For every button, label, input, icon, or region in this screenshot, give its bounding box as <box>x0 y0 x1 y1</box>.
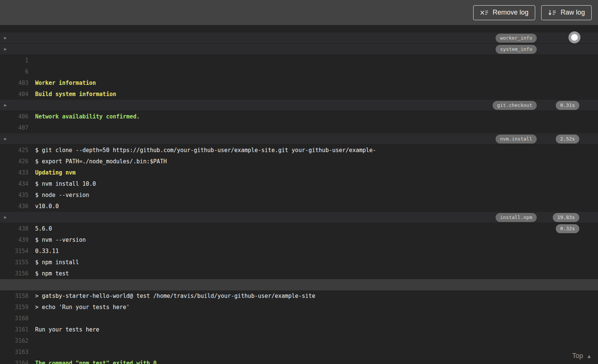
duration-badge: 2.52s <box>556 135 579 144</box>
log-line: 434 v10.0.0 <box>0 156 598 167</box>
log-line: 436 5.6.0 <box>0 178 598 189</box>
toolbar: Remove log Raw log <box>0 0 598 25</box>
log-line: 405 <box>0 77 598 89</box>
duration-badge: 0.31s <box>556 101 579 110</box>
log-line: 404 Network availability confirmed. <box>0 66 598 77</box>
scroll-indicator-button[interactable] <box>568 31 580 43</box>
fold-arrow-icon[interactable]: ▶ <box>4 44 11 55</box>
duration-badge: 0.32s <box>556 224 579 233</box>
remove-log-button[interactable]: Remove log <box>473 5 535 20</box>
raw-log-icon <box>548 9 557 16</box>
fold-arrow-icon[interactable]: ▶ <box>4 100 11 111</box>
log-line: 435 $ npm --version <box>0 167 598 178</box>
log-line: ▶ 407 $ git clone --depth=50 https://git… <box>0 100 598 111</box>
log-line: ▶ 439 $ npm install install.npm 19.83s <box>0 212 598 223</box>
top-link-label: Top <box>572 352 583 360</box>
raw-log-label: Raw log <box>561 9 585 16</box>
log-area: ▶ 1 Worker information worker_info ▶ 6 B… <box>0 25 598 364</box>
log-line: 406 <box>0 89 598 100</box>
fold-arrow-icon[interactable]: ▶ <box>4 33 11 44</box>
fold-tag-badge: install.npm <box>496 213 537 222</box>
log-line: 403 <box>0 55 598 66</box>
remove-log-label: Remove log <box>493 9 528 16</box>
fold-tag-badge: system_info <box>496 45 537 54</box>
log-line: 3154 $ npm test 0.32s <box>0 223 598 234</box>
log-line: ▶ 6 Build system information system_info <box>0 44 598 55</box>
log-line: 437 $ nvm --version <box>0 189 598 201</box>
log-line: 3164 Done. Your build exited with 0. <box>0 335 598 346</box>
log-line: 424 $ export PATH=./node_modules/.bin:$P… <box>0 111 598 122</box>
log-line: 3163 <box>0 324 598 335</box>
log-line: 433 $ node --version <box>0 145 598 156</box>
log-line: ▶ 426 $ nvm install 10.0 nvm.install 2.5… <box>0 133 598 145</box>
fold-tag-badge: worker_info <box>496 34 537 43</box>
remove-log-icon <box>480 9 488 16</box>
fold-tag-badge: nvm.install <box>496 135 537 144</box>
log-line: 3160 <box>0 290 598 302</box>
log-line: 3162 The command "npm test" exited with … <box>0 313 598 324</box>
log-lines: ▶ 1 Worker information worker_info ▶ 6 B… <box>0 33 598 346</box>
log-line: 3156 > gatsby-starter-hello-world@ test … <box>0 246 598 257</box>
top-link[interactable]: Top ▲ <box>572 352 592 360</box>
log-line: 3161 <box>0 302 598 313</box>
log-line: 3158 <box>0 268 598 279</box>
duration-badge: 19.83s <box>553 213 579 222</box>
raw-log-button[interactable]: Raw log <box>541 5 592 20</box>
fold-arrow-icon[interactable]: ▶ <box>4 133 11 145</box>
log-line: 3155 <box>0 234 598 246</box>
line-number[interactable]: 3164 <box>0 358 28 364</box>
fold-arrow-icon[interactable]: ▶ <box>4 212 11 223</box>
log-line: 425 Updating nvm <box>0 122 598 133</box>
fold-tag-badge: git.checkout <box>493 101 537 110</box>
log-line: 438 0.33.11 <box>0 201 598 212</box>
log-line: 3157 > echo 'Run your tests here' <box>0 257 598 268</box>
log-line: ▶ 1 Worker information worker_info <box>0 33 598 44</box>
caret-up-icon: ▲ <box>586 353 592 359</box>
log-line: 3159 Run your tests here <box>0 279 598 290</box>
